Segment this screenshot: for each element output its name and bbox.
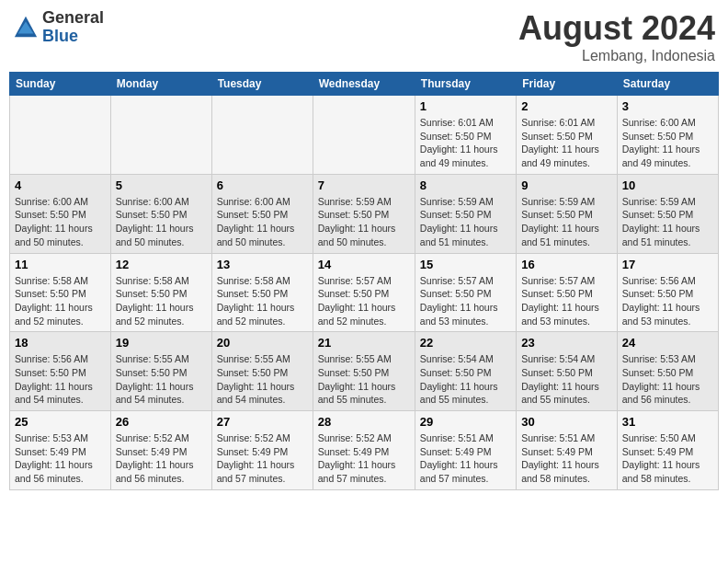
day-info: Sunrise: 5:56 AM Sunset: 5:50 PM Dayligh… bbox=[15, 352, 106, 407]
calendar-cell: 25Sunrise: 5:53 AM Sunset: 5:49 PM Dayli… bbox=[10, 411, 111, 490]
calendar-cell: 29Sunrise: 5:51 AM Sunset: 5:49 PM Dayli… bbox=[415, 411, 516, 490]
day-number: 31 bbox=[622, 415, 713, 429]
calendar-header-row: SundayMondayTuesdayWednesdayThursdayFrid… bbox=[10, 73, 719, 96]
day-number: 27 bbox=[217, 415, 308, 429]
column-header-sunday: Sunday bbox=[10, 73, 111, 96]
day-info: Sunrise: 6:01 AM Sunset: 5:50 PM Dayligh… bbox=[521, 116, 612, 170]
day-number: 13 bbox=[217, 258, 308, 271]
column-header-friday: Friday bbox=[517, 73, 618, 96]
day-info: Sunrise: 5:54 AM Sunset: 5:50 PM Dayligh… bbox=[521, 352, 612, 407]
calendar-cell: 4Sunrise: 6:00 AM Sunset: 5:50 PM Daylig… bbox=[10, 174, 111, 253]
calendar-cell: 18Sunrise: 5:56 AM Sunset: 5:50 PM Dayli… bbox=[10, 332, 111, 411]
day-number: 6 bbox=[217, 178, 308, 192]
day-info: Sunrise: 6:00 AM Sunset: 5:50 PM Dayligh… bbox=[622, 116, 713, 170]
calendar-cell: 1Sunrise: 6:01 AM Sunset: 5:50 PM Daylig… bbox=[415, 96, 516, 175]
calendar-week-row: 25Sunrise: 5:53 AM Sunset: 5:49 PM Dayli… bbox=[10, 411, 719, 490]
column-header-tuesday: Tuesday bbox=[211, 73, 313, 96]
logo: General Blue bbox=[13, 9, 104, 46]
day-info: Sunrise: 6:00 AM Sunset: 5:50 PM Dayligh… bbox=[116, 195, 207, 249]
calendar-cell: 5Sunrise: 6:00 AM Sunset: 5:50 PM Daylig… bbox=[110, 174, 211, 253]
title-block: August 2024 Lembang, Indonesia bbox=[518, 9, 715, 64]
day-number: 9 bbox=[521, 178, 612, 192]
day-number: 5 bbox=[116, 178, 207, 192]
calendar-cell bbox=[211, 96, 313, 175]
calendar-cell: 12Sunrise: 5:58 AM Sunset: 5:50 PM Dayli… bbox=[110, 253, 211, 332]
calendar-cell bbox=[110, 96, 211, 175]
calendar-cell: 24Sunrise: 5:53 AM Sunset: 5:50 PM Dayli… bbox=[617, 332, 718, 411]
page-header: General Blue August 2024 Lembang, Indone… bbox=[9, 9, 719, 64]
day-info: Sunrise: 6:01 AM Sunset: 5:50 PM Dayligh… bbox=[420, 116, 511, 170]
day-number: 15 bbox=[420, 258, 511, 271]
day-number: 24 bbox=[622, 336, 713, 350]
calendar-week-row: 1Sunrise: 6:01 AM Sunset: 5:50 PM Daylig… bbox=[10, 96, 719, 175]
column-header-wednesday: Wednesday bbox=[313, 73, 415, 96]
day-number: 2 bbox=[521, 99, 612, 113]
calendar-week-row: 11Sunrise: 5:58 AM Sunset: 5:50 PM Dayli… bbox=[10, 253, 719, 332]
calendar-week-row: 4Sunrise: 6:00 AM Sunset: 5:50 PM Daylig… bbox=[10, 174, 719, 253]
calendar-cell: 22Sunrise: 5:54 AM Sunset: 5:50 PM Dayli… bbox=[415, 332, 516, 411]
day-info: Sunrise: 5:57 AM Sunset: 5:50 PM Dayligh… bbox=[420, 274, 511, 328]
calendar-title: August 2024 bbox=[518, 9, 715, 48]
day-info: Sunrise: 5:55 AM Sunset: 5:50 PM Dayligh… bbox=[217, 352, 308, 407]
day-number: 29 bbox=[420, 415, 511, 429]
calendar-cell: 30Sunrise: 5:51 AM Sunset: 5:49 PM Dayli… bbox=[517, 411, 618, 490]
day-info: Sunrise: 5:58 AM Sunset: 5:50 PM Dayligh… bbox=[15, 274, 106, 328]
day-number: 11 bbox=[15, 258, 106, 271]
column-header-saturday: Saturday bbox=[617, 73, 718, 96]
day-number: 3 bbox=[622, 99, 713, 113]
day-number: 26 bbox=[116, 415, 207, 429]
logo-general-text: General bbox=[42, 9, 104, 28]
day-number: 7 bbox=[318, 178, 410, 192]
column-header-monday: Monday bbox=[110, 73, 211, 96]
calendar-cell: 31Sunrise: 5:50 AM Sunset: 5:49 PM Dayli… bbox=[617, 411, 718, 490]
day-number: 25 bbox=[15, 415, 106, 429]
calendar-cell: 15Sunrise: 5:57 AM Sunset: 5:50 PM Dayli… bbox=[415, 253, 516, 332]
calendar-cell: 27Sunrise: 5:52 AM Sunset: 5:49 PM Dayli… bbox=[211, 411, 313, 490]
calendar-cell: 10Sunrise: 5:59 AM Sunset: 5:50 PM Dayli… bbox=[617, 174, 718, 253]
column-header-thursday: Thursday bbox=[415, 73, 516, 96]
day-number: 22 bbox=[420, 336, 511, 350]
day-info: Sunrise: 5:52 AM Sunset: 5:49 PM Dayligh… bbox=[318, 431, 410, 486]
day-info: Sunrise: 5:52 AM Sunset: 5:49 PM Dayligh… bbox=[116, 431, 207, 486]
day-number: 17 bbox=[622, 258, 713, 271]
day-info: Sunrise: 5:52 AM Sunset: 5:49 PM Dayligh… bbox=[217, 431, 308, 486]
day-info: Sunrise: 5:51 AM Sunset: 5:49 PM Dayligh… bbox=[521, 431, 612, 486]
calendar-cell: 17Sunrise: 5:56 AM Sunset: 5:50 PM Dayli… bbox=[617, 253, 718, 332]
calendar-cell: 8Sunrise: 5:59 AM Sunset: 5:50 PM Daylig… bbox=[415, 174, 516, 253]
day-info: Sunrise: 6:00 AM Sunset: 5:50 PM Dayligh… bbox=[217, 195, 308, 249]
day-number: 4 bbox=[15, 178, 106, 192]
day-info: Sunrise: 5:59 AM Sunset: 5:50 PM Dayligh… bbox=[622, 195, 713, 249]
calendar-cell: 20Sunrise: 5:55 AM Sunset: 5:50 PM Dayli… bbox=[211, 332, 313, 411]
logo-text: General Blue bbox=[42, 9, 104, 46]
day-info: Sunrise: 5:56 AM Sunset: 5:50 PM Dayligh… bbox=[622, 274, 713, 328]
day-info: Sunrise: 5:57 AM Sunset: 5:50 PM Dayligh… bbox=[318, 274, 410, 328]
day-info: Sunrise: 5:55 AM Sunset: 5:50 PM Dayligh… bbox=[116, 352, 207, 407]
day-number: 20 bbox=[217, 336, 308, 350]
calendar-cell: 16Sunrise: 5:57 AM Sunset: 5:50 PM Dayli… bbox=[517, 253, 618, 332]
calendar-cell: 14Sunrise: 5:57 AM Sunset: 5:50 PM Dayli… bbox=[313, 253, 415, 332]
calendar-cell: 9Sunrise: 5:59 AM Sunset: 5:50 PM Daylig… bbox=[517, 174, 618, 253]
calendar-cell: 2Sunrise: 6:01 AM Sunset: 5:50 PM Daylig… bbox=[517, 96, 618, 175]
day-number: 19 bbox=[116, 336, 207, 350]
day-number: 23 bbox=[521, 336, 612, 350]
day-info: Sunrise: 5:57 AM Sunset: 5:50 PM Dayligh… bbox=[521, 274, 612, 328]
day-info: Sunrise: 5:54 AM Sunset: 5:50 PM Dayligh… bbox=[420, 352, 511, 407]
day-info: Sunrise: 5:55 AM Sunset: 5:50 PM Dayligh… bbox=[318, 352, 410, 407]
calendar-cell: 7Sunrise: 5:59 AM Sunset: 5:50 PM Daylig… bbox=[313, 174, 415, 253]
day-number: 18 bbox=[15, 336, 106, 350]
calendar-cell: 19Sunrise: 5:55 AM Sunset: 5:50 PM Dayli… bbox=[110, 332, 211, 411]
day-number: 12 bbox=[116, 258, 207, 271]
calendar-cell bbox=[10, 96, 111, 175]
calendar-cell: 28Sunrise: 5:52 AM Sunset: 5:49 PM Dayli… bbox=[313, 411, 415, 490]
day-number: 14 bbox=[318, 258, 410, 271]
day-info: Sunrise: 5:58 AM Sunset: 5:50 PM Dayligh… bbox=[116, 274, 207, 328]
day-info: Sunrise: 5:51 AM Sunset: 5:49 PM Dayligh… bbox=[420, 431, 511, 486]
calendar-cell: 6Sunrise: 6:00 AM Sunset: 5:50 PM Daylig… bbox=[211, 174, 313, 253]
calendar-week-row: 18Sunrise: 5:56 AM Sunset: 5:50 PM Dayli… bbox=[10, 332, 719, 411]
day-info: Sunrise: 5:53 AM Sunset: 5:49 PM Dayligh… bbox=[15, 431, 106, 486]
calendar-cell: 13Sunrise: 5:58 AM Sunset: 5:50 PM Dayli… bbox=[211, 253, 313, 332]
day-number: 21 bbox=[318, 336, 410, 350]
day-info: Sunrise: 5:59 AM Sunset: 5:50 PM Dayligh… bbox=[521, 195, 612, 249]
day-number: 1 bbox=[420, 99, 511, 113]
calendar-cell: 23Sunrise: 5:54 AM Sunset: 5:50 PM Dayli… bbox=[517, 332, 618, 411]
